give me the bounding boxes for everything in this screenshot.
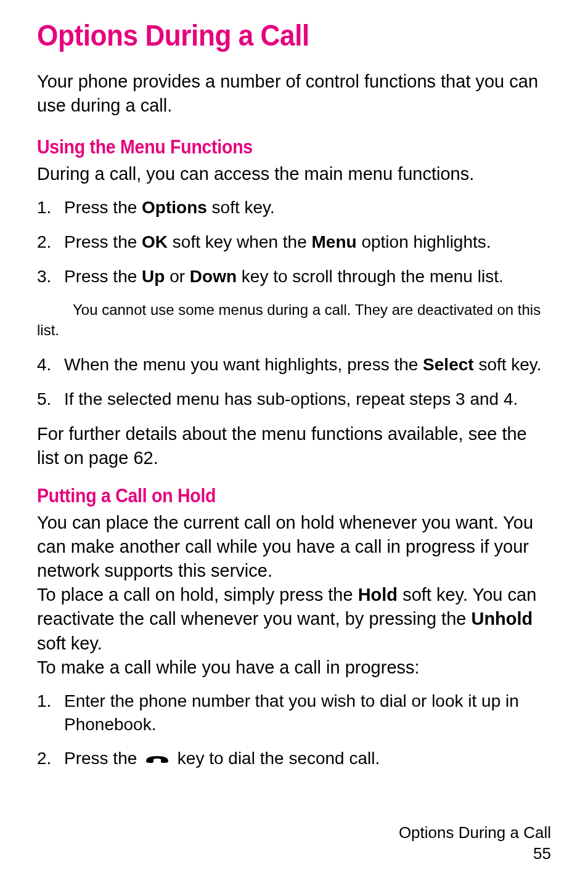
section-heading-hold: Putting a Call on Hold — [37, 485, 510, 507]
section1-steps-a: 1. Press the Options soft key. 2. Press … — [37, 196, 551, 288]
section2-paragraph-3: To make a call while you have a call in … — [37, 656, 551, 680]
step-number: 3. — [37, 265, 51, 288]
p2-text: soft key. — [37, 633, 102, 653]
step-text: soft key. — [207, 198, 275, 217]
step-number: 4. — [37, 353, 51, 376]
step-text: option highlights. — [357, 232, 491, 251]
phone-send-icon — [144, 748, 170, 771]
section-heading-menu-functions: Using the Menu Functions — [37, 136, 510, 158]
step-bold: Options — [142, 198, 207, 217]
list-item: 2. Press the key to dial the second call… — [37, 747, 551, 771]
step-bold: Menu — [312, 232, 357, 251]
step-number: 5. — [37, 388, 51, 411]
step-text: or — [165, 267, 189, 286]
list-item: 2. Press the OK soft key when the Menu o… — [37, 230, 551, 254]
step-bold: Up — [142, 267, 165, 286]
step-text: Press the — [64, 267, 142, 286]
step-text: Enter the phone number that you wish to … — [64, 691, 519, 734]
step-text: If the selected menu has sub-options, re… — [64, 389, 518, 409]
section1-intro: During a call, you can access the main m… — [37, 162, 551, 186]
page-number: 55 — [399, 844, 551, 865]
page-title: Options During a Call — [37, 18, 510, 52]
step-text: Press the — [64, 232, 142, 251]
step-text: soft key when the — [168, 232, 311, 251]
step-text: Press the — [64, 749, 142, 768]
step-bold: Select — [423, 355, 474, 374]
list-item: 4. When the menu you want highlights, pr… — [37, 353, 551, 376]
list-item: 1. Enter the phone number that you wish … — [37, 690, 551, 736]
step-text: soft key. — [474, 355, 542, 374]
p2-text: To place a call on hold, simply press th… — [37, 585, 358, 604]
list-item: 3. Press the Up or Down key to scroll th… — [37, 265, 551, 288]
step-text: key to dial the second call. — [178, 749, 380, 768]
intro-paragraph: Your phone provides a number of control … — [37, 70, 551, 118]
section2-paragraph-1: You can place the current call on hold w… — [37, 511, 551, 583]
list-item: 5. If the selected menu has sub-options,… — [37, 388, 551, 411]
p2-bold: Unhold — [471, 609, 533, 629]
section1-steps-b: 4. When the menu you want highlights, pr… — [37, 353, 551, 411]
list-item: 1. Press the Options soft key. — [37, 196, 551, 219]
section1-outro: For further details about the menu funct… — [37, 422, 551, 470]
note-content: You cannot use some menus during a call.… — [37, 301, 541, 339]
step-number: 2. — [37, 230, 51, 254]
step-number: 1. — [37, 196, 51, 219]
section2-paragraph-2: To place a call on hold, simply press th… — [37, 583, 551, 655]
step-text: key to scroll through the menu list. — [237, 267, 504, 286]
note-text: You cannot use some menus during a call.… — [37, 299, 551, 341]
step-number: 2. — [37, 747, 51, 770]
step-bold: Down — [190, 267, 237, 286]
step-number: 1. — [37, 690, 51, 713]
step-text: Press the — [64, 198, 142, 217]
footer-label: Options During a Call — [399, 823, 551, 844]
step-bold: OK — [142, 232, 168, 251]
step-text: When the menu you want highlights, press… — [64, 355, 423, 374]
p2-bold: Hold — [358, 585, 398, 604]
section2-steps: 1. Enter the phone number that you wish … — [37, 690, 551, 771]
page-footer: Options During a Call 55 — [399, 823, 551, 865]
